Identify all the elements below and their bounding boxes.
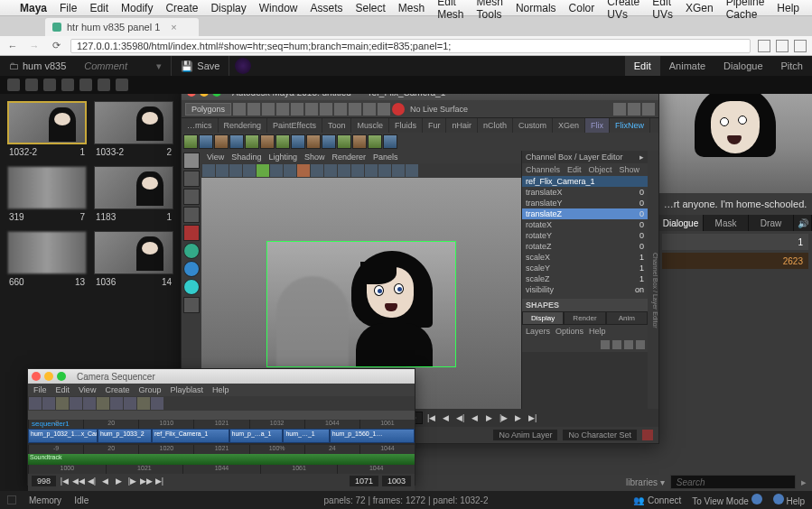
tool-6-icon[interactable] [98, 79, 110, 91]
attr-tz[interactable]: translateZ0 [522, 208, 648, 219]
seq-frame-a[interactable]: 998 [32, 476, 56, 486]
thumb-1183[interactable]: 11831 [94, 166, 173, 222]
next-key-icon[interactable]: |▶ [499, 412, 509, 423]
seq-group[interactable]: Group [138, 385, 161, 394]
menu-help[interactable]: Help [777, 2, 799, 14]
sb-11[interactable] [337, 134, 351, 149]
menu-pipeline[interactable]: Pipeline Cache [726, 0, 765, 21]
tool-move-icon[interactable] [183, 189, 200, 205]
seq-playblast[interactable]: Playblast [170, 385, 203, 394]
mode-animate[interactable]: Animate [660, 56, 714, 76]
maya-right-tabs[interactable]: Channel Box / Layer Editor [648, 151, 658, 430]
vpi-15[interactable] [392, 164, 405, 177]
menu-meshtools[interactable]: Mesh Tools [477, 0, 503, 21]
shelf-ico-10[interactable] [363, 103, 376, 116]
vpi-13[interactable] [365, 164, 378, 177]
tool-rotate-icon[interactable] [183, 207, 200, 223]
thumb-1033-2[interactable]: 1033-22 [94, 101, 173, 157]
thumb-319[interactable]: 3197 [7, 166, 87, 222]
attr-rz[interactable]: rotateZ0 [522, 241, 648, 252]
cb-edit[interactable]: Edit [567, 165, 582, 174]
menu-normals[interactable]: Normals [516, 2, 556, 14]
stab-7[interactable]: nHair [446, 118, 478, 133]
sqt-7[interactable] [110, 397, 123, 410]
sb-4[interactable] [229, 134, 244, 149]
tool-manip-1-icon[interactable] [183, 243, 200, 259]
sb-8[interactable] [291, 134, 305, 149]
sb-12[interactable] [352, 134, 367, 149]
clip-5[interactable]: hum_p_1560_1… [330, 429, 415, 443]
seq-frame-c[interactable]: 1003 [382, 476, 411, 486]
char-set-select[interactable]: No Character Set [563, 430, 637, 440]
app-menu[interactable]: Maya [20, 2, 47, 14]
tool-paste-icon[interactable] [43, 79, 56, 91]
layer-ico-3[interactable] [624, 340, 633, 349]
cb-node-name[interactable]: ref_Flix_Camera_1 [522, 176, 648, 187]
shelf-ico-8[interactable] [334, 103, 347, 116]
stab-8[interactable]: nCloth [478, 118, 513, 133]
vp-lighting[interactable]: Lighting [268, 153, 297, 162]
mode-dialogue[interactable]: Dialogue [714, 56, 771, 76]
seq-play-icon[interactable]: ▶ [114, 477, 124, 486]
menu-editmesh[interactable]: Edit Mesh [437, 0, 463, 21]
vpi-2[interactable] [216, 164, 229, 177]
tool-lasso-icon[interactable] [183, 171, 200, 187]
prev-tab-mask[interactable]: Mask [704, 215, 749, 231]
sb-7[interactable] [275, 134, 290, 149]
shelf-r-1[interactable] [613, 103, 626, 116]
menu-create[interactable]: Create [165, 2, 198, 14]
view-mode-button[interactable]: To View Mode [692, 494, 761, 506]
stab-9[interactable]: Custom [513, 118, 553, 133]
thumb-660[interactable]: 66013 [7, 231, 87, 287]
attr-sx[interactable]: scaleX1 [522, 252, 648, 263]
cb-show[interactable]: Show [620, 165, 640, 174]
seq-create[interactable]: Create [105, 385, 129, 394]
libraries-dropdown[interactable]: libraries ▾ [626, 477, 665, 487]
stab-4[interactable]: Muscle [351, 118, 389, 133]
tool-7-icon[interactable] [116, 79, 128, 91]
sb-9[interactable] [306, 134, 321, 149]
play-fwd-icon[interactable]: ▶ [484, 412, 495, 423]
vpi-14[interactable] [378, 164, 391, 177]
seq-end-icon[interactable]: ▶| [154, 477, 164, 486]
attr-vis[interactable]: visibilityon [522, 284, 648, 295]
comment-field[interactable]: Comment [75, 56, 147, 76]
layer-tab-display[interactable]: Display [522, 311, 564, 325]
menu-mesh[interactable]: Mesh [398, 2, 425, 14]
seq-back-icon[interactable]: ◀◀ [73, 477, 83, 486]
vp-show[interactable]: Show [304, 153, 325, 162]
seq-titlebar[interactable]: Camera Sequencer [28, 369, 415, 384]
stab-2[interactable]: PaintEffects [267, 118, 322, 133]
stab-new[interactable]: FlixNew [610, 118, 650, 133]
menu-select[interactable]: Select [356, 2, 386, 14]
layers-help[interactable]: Help [589, 327, 606, 336]
shelf-r-2[interactable] [628, 103, 640, 116]
menu-window[interactable]: Window [259, 2, 298, 14]
sb-5[interactable] [245, 134, 259, 149]
menu-edit[interactable]: Edit [89, 2, 108, 14]
autokey-icon[interactable] [642, 430, 653, 440]
menu-assets[interactable]: Assets [310, 2, 342, 14]
sqt-9[interactable] [137, 397, 150, 410]
sb-6[interactable] [260, 134, 275, 149]
sqt-4[interactable] [70, 397, 82, 410]
layers-menu[interactable]: Layers [526, 327, 550, 336]
seq-playb-icon[interactable]: ◀ [100, 477, 110, 486]
seq-stepb-icon[interactable]: ◀| [87, 477, 97, 486]
tool-5-icon[interactable] [79, 79, 92, 91]
thumb-1036[interactable]: 103614 [94, 231, 173, 287]
attr-rx[interactable]: rotateX0 [522, 219, 648, 230]
prev-tab-draw[interactable]: Draw [749, 215, 794, 231]
sb-14[interactable] [383, 134, 397, 149]
stab-11[interactable]: Flix [585, 118, 610, 133]
menu-color[interactable]: Color [569, 2, 595, 14]
vpi-1[interactable] [202, 164, 215, 177]
search-input[interactable]: Search [670, 475, 796, 489]
attr-sy[interactable]: scaleY1 [522, 263, 648, 273]
clip-3[interactable]: hum_p_…a_1 [229, 429, 284, 443]
prev-tab-dialogue[interactable]: Dialogue [658, 215, 704, 231]
attr-sz[interactable]: scaleZ1 [522, 273, 648, 284]
shelf-ico-6[interactable] [305, 103, 318, 116]
seq-frame-b[interactable]: 1071 [350, 476, 378, 486]
shelf-ico-11[interactable] [378, 103, 390, 116]
